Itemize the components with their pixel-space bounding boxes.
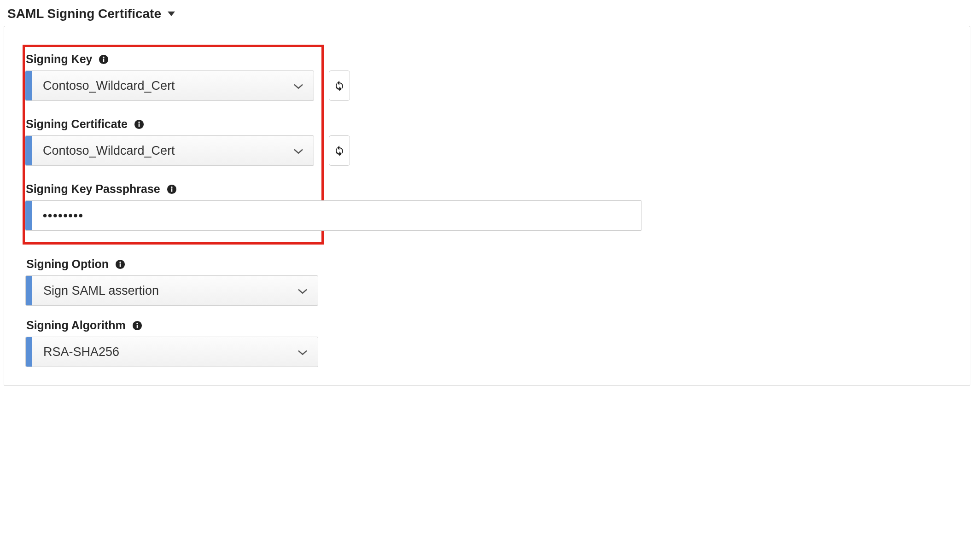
saml-signing-panel: Signing Key Contoso_Wildcard_Cert [4, 26, 970, 386]
signing-key-passphrase-input[interactable]: •••••••• [25, 200, 642, 231]
signing-certificate-select[interactable]: Contoso_Wildcard_Cert [25, 135, 314, 166]
signing-certificate-label: Signing Certificate [25, 117, 315, 131]
blue-accent-bar [26, 337, 32, 367]
chevron-down-icon [297, 345, 308, 359]
blue-accent-bar [25, 136, 32, 165]
signing-algorithm-label: Signing Algorithm [25, 319, 949, 332]
signing-option-select[interactable]: Sign SAML assertion [25, 275, 318, 306]
section-title: SAML Signing Certificate [7, 6, 161, 21]
svg-rect-5 [139, 123, 140, 127]
signing-key-passphrase-value: •••••••• [43, 209, 84, 223]
signing-key-label-text: Signing Key [26, 52, 92, 66]
signing-option-label-text: Signing Option [26, 257, 109, 271]
signing-key-refresh-button[interactable] [329, 70, 350, 101]
info-icon[interactable] [167, 184, 177, 194]
signing-option-label: Signing Option [25, 257, 949, 271]
svg-point-6 [138, 121, 140, 122]
signing-certificate-value: Contoso_Wildcard_Cert [43, 144, 175, 158]
chevron-down-icon [297, 284, 308, 298]
signing-option-value: Sign SAML assertion [43, 284, 159, 298]
svg-point-9 [171, 186, 172, 187]
signing-key-passphrase-group: Signing Key Passphrase •••••••• [25, 182, 315, 233]
svg-point-15 [136, 322, 138, 324]
signing-key-passphrase-label-text: Signing Key Passphrase [26, 182, 160, 196]
blue-accent-bar [25, 201, 32, 230]
svg-rect-8 [171, 188, 172, 192]
svg-marker-0 [168, 12, 175, 16]
caret-down-icon [168, 9, 175, 19]
blue-accent-bar [25, 71, 32, 100]
signing-key-label: Signing Key [25, 52, 315, 66]
signing-algorithm-label-text: Signing Algorithm [26, 319, 126, 332]
signing-key-group: Signing Key Contoso_Wildcard_Cert [25, 52, 315, 101]
info-icon[interactable] [99, 54, 109, 64]
highlighted-group: Signing Key Contoso_Wildcard_Cert [23, 45, 324, 245]
signing-key-value: Contoso_Wildcard_Cert [43, 79, 175, 93]
svg-point-12 [119, 261, 121, 262]
section-header[interactable]: SAML Signing Certificate [4, 4, 970, 26]
signing-certificate-refresh-button[interactable] [329, 135, 350, 166]
chevron-down-icon [293, 144, 303, 158]
svg-rect-11 [120, 263, 121, 267]
signing-algorithm-value: RSA-SHA256 [43, 345, 119, 359]
signing-algorithm-group: Signing Algorithm RSA-SHA256 [25, 319, 949, 367]
info-icon[interactable] [115, 259, 125, 269]
signing-certificate-group: Signing Certificate Contoso_Wildcard_Cer… [25, 117, 315, 166]
info-icon[interactable] [132, 321, 142, 331]
signing-key-select[interactable]: Contoso_Wildcard_Cert [25, 70, 314, 101]
svg-point-3 [103, 56, 105, 58]
signing-option-group: Signing Option Sign SAML assertion [25, 257, 949, 306]
signing-certificate-label-text: Signing Certificate [26, 117, 128, 131]
chevron-down-icon [293, 79, 303, 93]
signing-algorithm-select[interactable]: RSA-SHA256 [25, 337, 318, 367]
svg-rect-2 [103, 58, 105, 62]
blue-accent-bar [26, 276, 32, 305]
signing-key-passphrase-label: Signing Key Passphrase [25, 182, 315, 196]
svg-rect-14 [136, 325, 138, 328]
info-icon[interactable] [134, 119, 144, 129]
